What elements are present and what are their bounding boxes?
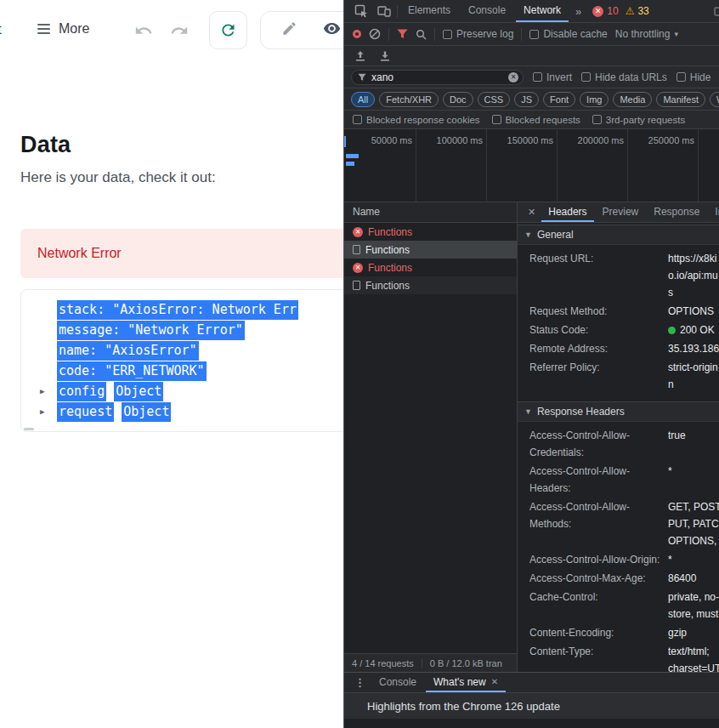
details-tabbar: ✕ Headers Preview Response Ini: [518, 202, 719, 223]
response-headers-rows: Access-Control-Allow-Credentials: true A…: [518, 422, 719, 672]
device-toolbar-button[interactable]: [374, 4, 394, 18]
filter-input[interactable]: [371, 71, 503, 83]
throttling-dropdown[interactable]: No throttling ▾: [615, 28, 678, 40]
chevron-down-icon: ▾: [674, 30, 678, 38]
tab-response[interactable]: Response: [647, 202, 706, 222]
chip-fetch-xhr[interactable]: Fetch/XHR: [379, 92, 439, 107]
clear-filter-icon[interactable]: ✕: [508, 72, 518, 82]
header-row-aca-credentials: Access-Control-Allow-Credentials: true: [529, 427, 719, 461]
search-button[interactable]: [416, 29, 427, 40]
expand-arrow-icon[interactable]: ▶: [40, 401, 44, 422]
hide-extension-urls-checkbox[interactable]: Hide: [677, 71, 711, 83]
filter-toggle-button[interactable]: [397, 29, 408, 39]
redo-icon: [169, 21, 190, 40]
third-party-requests-checkbox[interactable]: 3rd-party requests: [592, 115, 685, 125]
har-toolbar: [344, 46, 719, 66]
warning-count-badge[interactable]: ⚠ 33: [626, 5, 649, 17]
chip-all[interactable]: All: [351, 92, 375, 107]
request-doc-icon: [353, 245, 360, 254]
export-har-button[interactable]: [379, 50, 391, 62]
divider: [521, 28, 522, 41]
time-label: 50000 ms: [371, 135, 412, 145]
drawer-empty-area: [344, 719, 719, 728]
drawer-menu-icon[interactable]: ⋮: [350, 676, 370, 689]
table-row[interactable]: ✕ Functions: [344, 223, 517, 241]
filter-input-box[interactable]: ✕: [351, 70, 524, 85]
preserve-log-checkbox[interactable]: Preserve log: [443, 28, 513, 40]
request-activity-mark: [346, 162, 354, 166]
chip-css[interactable]: CSS: [478, 92, 511, 107]
error-circle-icon: ✕: [592, 6, 603, 17]
header-row-remote-address: Remote Address: 35.193.186.6: [529, 340, 719, 357]
error-count-badge[interactable]: ✕ 10: [592, 5, 618, 17]
status-ok-icon: [668, 327, 676, 334]
header-row-request-method: Request Method: OPTIONS: [529, 303, 719, 320]
edit-button[interactable]: [281, 20, 297, 40]
import-har-button[interactable]: [354, 50, 366, 62]
tab-initiator[interactable]: Ini: [708, 202, 719, 222]
gridline: [698, 129, 699, 202]
chip-manifest[interactable]: Manifest: [656, 92, 705, 107]
blocked-filters-row: Blocked response cookies Blocked request…: [344, 111, 719, 129]
tab-elements[interactable]: Elements: [400, 0, 458, 22]
invert-checkbox[interactable]: Invert: [533, 71, 572, 83]
devtools-drawer: ⋮ Console What's new ✕ Highlights from t…: [344, 672, 719, 728]
divider: [388, 28, 389, 41]
settings-icon[interactable]: [714, 7, 719, 16]
preview-button[interactable]: [323, 20, 341, 41]
undo-button[interactable]: [133, 21, 154, 43]
table-row[interactable]: Functions: [344, 241, 517, 259]
drawer-tab-whats-new[interactable]: What's new ✕: [426, 673, 506, 692]
drawer-tab-console[interactable]: Console: [371, 673, 424, 692]
blocked-response-cookies-checkbox[interactable]: Blocked response cookies: [353, 115, 480, 125]
more-menu-button[interactable]: More: [37, 21, 89, 37]
name-column-header[interactable]: Name: [344, 202, 517, 223]
general-rows: Request URL: https://x8ki o.io/api:mu s …: [518, 245, 719, 401]
more-label: More: [59, 21, 89, 37]
time-label: 250000 ms: [648, 135, 694, 145]
chip-ws[interactable]: WS: [710, 92, 719, 107]
header-row-cache-control: Cache-Control: private, no- store, must-: [529, 589, 719, 623]
clear-button[interactable]: [369, 28, 381, 40]
header-row-ac-max-age: Access-Control-Max-Age: 86400: [529, 570, 719, 587]
alert-text: Network Error: [37, 246, 122, 261]
close-details-icon[interactable]: ✕: [524, 207, 540, 218]
request-type-chips: All Fetch/XHR Doc CSS JS Font Img Media …: [344, 88, 719, 111]
chip-js[interactable]: JS: [514, 92, 539, 107]
response-headers-section-header[interactable]: ▼ Response Headers: [518, 401, 719, 422]
warning-triangle-icon: ⚠: [626, 6, 635, 16]
chip-media[interactable]: Media: [613, 92, 652, 107]
network-overview-timeline[interactable]: 50000 ms 100000 ms 150000 ms 200000 ms 2…: [344, 129, 719, 202]
table-row[interactable]: ✕ Functions: [344, 259, 517, 276]
general-section-header[interactable]: ▼ General: [518, 225, 719, 245]
drawer-tabbar: ⋮ Console What's new ✕: [344, 673, 719, 693]
redo-button[interactable]: [169, 21, 190, 43]
hamburger-icon: [37, 24, 50, 34]
inspect-element-button[interactable]: [351, 4, 371, 18]
chip-img[interactable]: Img: [580, 92, 609, 107]
chip-font[interactable]: Font: [543, 92, 575, 107]
time-label: 150000 ms: [507, 135, 553, 145]
hide-data-urls-checkbox[interactable]: Hide data URLs: [581, 71, 667, 83]
clipped-toolbar-text: t: [0, 21, 2, 38]
tab-preview[interactable]: Preview: [596, 202, 646, 222]
table-row[interactable]: Functions: [344, 276, 517, 294]
upload-icon: [354, 50, 366, 62]
tab-headers[interactable]: Headers: [541, 202, 593, 222]
tab-network[interactable]: Network: [516, 0, 569, 22]
download-icon: [379, 50, 391, 62]
refresh-button[interactable]: [209, 11, 247, 49]
close-tab-icon[interactable]: ✕: [491, 677, 498, 686]
expand-arrow-icon[interactable]: ▶: [40, 381, 44, 401]
record-button[interactable]: [353, 30, 361, 38]
request-activity-mark: [344, 136, 346, 147]
header-row-aca-origin: Access-Control-Allow-Origin: *: [529, 551, 719, 568]
tab-console[interactable]: Console: [461, 0, 513, 22]
whats-new-headline[interactable]: Highlights from the Chrome 126 update: [344, 693, 719, 719]
chip-doc[interactable]: Doc: [443, 92, 473, 107]
blocked-requests-checkbox[interactable]: Blocked requests: [492, 115, 580, 125]
more-tabs-button[interactable]: »: [571, 5, 586, 18]
request-activity-mark: [346, 154, 359, 158]
scrollbar-thumb[interactable]: [24, 428, 34, 430]
disable-cache-checkbox[interactable]: Disable cache: [529, 28, 607, 40]
